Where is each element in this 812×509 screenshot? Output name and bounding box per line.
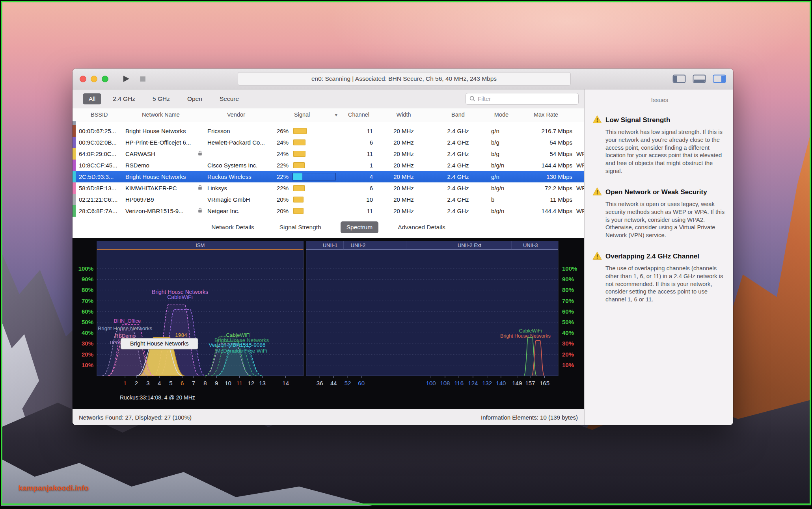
- table-row[interactable]: 02:21:21:C6:...HP0697B9VRmagic GmbH20%10…: [73, 194, 584, 205]
- cell-band: 2.4 GHz: [430, 150, 486, 157]
- column-header-vendor[interactable]: Vendor: [207, 111, 268, 118]
- issue-header: Low Signal Strength: [592, 115, 727, 125]
- table-row[interactable]: 10:8C:CF:45...RSDemoCisco Systems Inc.22…: [73, 160, 584, 171]
- filter-search-field[interactable]: [466, 93, 579, 105]
- svg-text:10%: 10%: [82, 362, 93, 368]
- signal-percent-label: 26%: [268, 128, 289, 134]
- column-header-max-rate[interactable]: Max Rate: [517, 111, 575, 118]
- svg-text:108: 108: [440, 380, 450, 386]
- cell-network-name: CARWASH: [125, 150, 207, 157]
- search-input[interactable]: [478, 95, 575, 102]
- watermark-text: kampanjakoodi.info: [19, 484, 89, 492]
- cell-width: 20 MHz: [377, 139, 430, 146]
- svg-text:60: 60: [358, 380, 365, 386]
- table-row[interactable]: 28:C6:8E:7A...Verizon-MBR1515-9...Netgea…: [73, 205, 584, 217]
- svg-text:70%: 70%: [562, 297, 574, 304]
- tab-signal-strength[interactable]: Signal Strength: [274, 221, 327, 233]
- network-color-stripe: [73, 182, 76, 194]
- column-header-signal[interactable]: Signal▾: [268, 111, 341, 118]
- column-header-mode[interactable]: Mode: [486, 111, 517, 118]
- left-panel-toggle-icon[interactable]: [672, 74, 686, 84]
- filter-tab-open[interactable]: Open: [181, 93, 208, 104]
- cell-vendor: VRmagic GmbH: [207, 196, 268, 203]
- cell-security: WPA: [575, 150, 584, 157]
- svg-text:Verizon-MBR1515-9086: Verizon-MBR1515-9086: [209, 342, 265, 348]
- scan-stop-button[interactable]: [140, 76, 146, 82]
- cell-mode: b: [486, 196, 517, 203]
- network-color-stripe: [73, 125, 76, 137]
- svg-text:80%: 80%: [82, 286, 93, 293]
- filter-tab-5-ghz[interactable]: 5 GHz: [147, 93, 176, 104]
- table-row[interactable]: 2C:5D:93:3...Bright House NetworksRuckus…: [73, 171, 584, 182]
- cell-band: 2.4 GHz: [430, 139, 486, 146]
- table-row[interactable]: 00:0D:67:25...Bright House NetworksErics…: [73, 125, 584, 137]
- filter-tab-secure[interactable]: Secure: [214, 93, 245, 104]
- svg-text:40%: 40%: [562, 329, 574, 336]
- cell-max-rate: 54 Mbps: [517, 139, 575, 146]
- tab-network-details[interactable]: Network Details: [205, 221, 260, 233]
- svg-text:UNII-3: UNII-3: [523, 242, 538, 248]
- svg-text:100: 100: [426, 380, 436, 386]
- cell-network-name: HP0697B9: [125, 196, 207, 203]
- column-header-bssid[interactable]: BSSID: [76, 111, 125, 118]
- table-row[interactable]: 58:6D:8F:13...KIMWHITAKER-PCLinksys22%62…: [73, 182, 584, 194]
- desktop: kampanjakoodi.info en0: Scanning | Assoc…: [1, 1, 811, 506]
- minimize-button[interactable]: [91, 76, 97, 82]
- network-name-label: CARWASH: [125, 150, 155, 157]
- column-header-band[interactable]: Band: [430, 111, 486, 118]
- warning-icon: [592, 115, 602, 124]
- bottom-panel-toggle-icon[interactable]: [693, 74, 706, 84]
- cell-band: 2.4 GHz: [430, 208, 486, 214]
- cell-max-rate: 144.4 Mbps: [517, 162, 575, 169]
- close-button[interactable]: [80, 76, 86, 82]
- svg-text:9: 9: [215, 380, 218, 386]
- cell-band: 2.4 GHz: [430, 128, 486, 134]
- svg-text:1: 1: [123, 380, 127, 386]
- cell-mode: g/n: [486, 173, 517, 180]
- issue-body: This network is open or uses legacy, wea…: [605, 201, 727, 240]
- filter-tab-all[interactable]: All: [83, 93, 101, 104]
- cell-vendor: Ruckus Wireless: [207, 173, 268, 180]
- chevron-down-icon[interactable]: ▾: [335, 112, 337, 118]
- search-icon: [469, 96, 475, 102]
- column-header-network-name[interactable]: Network Name: [125, 111, 207, 118]
- cell-channel: 11: [341, 128, 377, 134]
- issue-item: Open Network or Weak SecurityThis networ…: [592, 187, 727, 240]
- cell-bssid: 02:21:21:C6:...: [76, 196, 125, 203]
- tab-spectrum[interactable]: Spectrum: [341, 221, 378, 233]
- column-header-width[interactable]: Width: [377, 111, 430, 118]
- spectrum-tooltip: Bright House Networks: [121, 338, 198, 349]
- signal-percent-label: 20%: [268, 208, 289, 214]
- svg-text:10: 10: [225, 380, 231, 386]
- table-row[interactable]: 64:0F:29:0C...CARWASH24%1120 MHz2.4 GHzb…: [73, 148, 584, 160]
- tab-advanced-details[interactable]: Advanced Details: [392, 221, 451, 233]
- table-row[interactable]: 00:9C:02:0B...HP-Print-EE-Officejet 6...…: [73, 137, 584, 148]
- scan-play-button[interactable]: [123, 75, 130, 82]
- svg-text:10%: 10%: [562, 362, 574, 368]
- cell-width: 20 MHz: [377, 185, 430, 191]
- cell-mode: b/g: [486, 150, 517, 157]
- stop-icon: [140, 76, 146, 82]
- cell-max-rate: 130 Mbps: [517, 173, 575, 180]
- spectrum-chart[interactable]: ISMUNII-1UNII-2UNII-2 ExtUNII-3100%100%9…: [73, 238, 584, 409]
- signal-bar: [293, 162, 305, 168]
- column-header-channel[interactable]: Channel: [341, 111, 377, 118]
- svg-text:2: 2: [135, 380, 138, 386]
- svg-text:20%: 20%: [562, 351, 574, 358]
- svg-text:14: 14: [282, 380, 289, 386]
- right-panel-toggle-icon[interactable]: [713, 74, 726, 84]
- svg-text:50%: 50%: [82, 319, 93, 325]
- filter-tab-2-4-ghz[interactable]: 2.4 GHz: [107, 93, 141, 104]
- svg-text:44: 44: [330, 380, 337, 386]
- cell-width: 20 MHz: [377, 150, 430, 157]
- svg-text:UNII-2: UNII-2: [351, 242, 366, 248]
- signal-bar: [293, 197, 304, 202]
- zoom-button[interactable]: [102, 76, 108, 82]
- svg-text:1984: 1984: [175, 332, 187, 338]
- cell-mode: b/g/n: [486, 208, 517, 214]
- cell-width: 20 MHz: [377, 208, 430, 214]
- svg-text:40%: 40%: [82, 329, 93, 336]
- spectrum-panel: ISMUNII-1UNII-2UNII-2 ExtUNII-3100%100%9…: [73, 238, 584, 409]
- network-name-label: RSDemo: [125, 162, 149, 169]
- svg-text:13: 13: [259, 380, 266, 386]
